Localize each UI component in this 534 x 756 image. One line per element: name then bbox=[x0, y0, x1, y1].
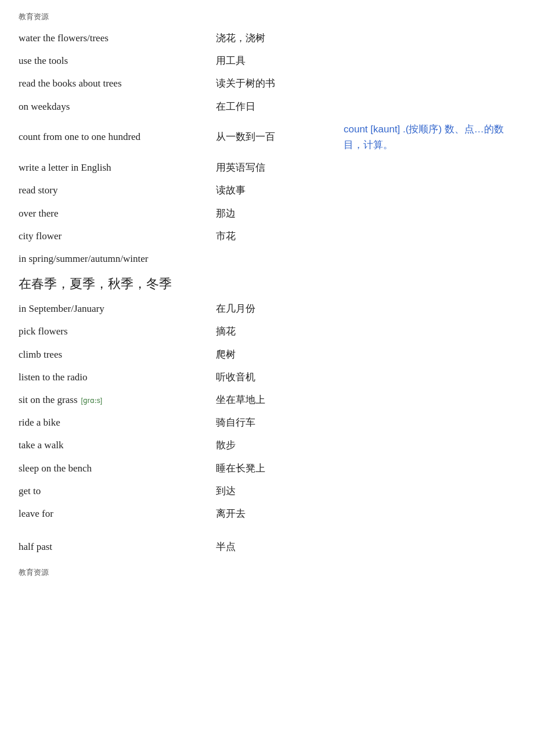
chinese-translation: 坐在草地上 bbox=[216, 388, 344, 411]
note-cell bbox=[344, 297, 515, 320]
chinese-translation: 浇花，浇树 bbox=[216, 27, 344, 49]
list-item: over there那边 bbox=[19, 202, 515, 225]
list-item: city flower市花 bbox=[19, 225, 515, 247]
note-cell bbox=[344, 535, 515, 558]
list-item: listen to the radio听收音机 bbox=[19, 366, 515, 388]
list-item: half past半点 bbox=[19, 535, 515, 558]
note-cell bbox=[344, 27, 515, 49]
chinese-translation: 到达 bbox=[216, 480, 344, 502]
list-item: 在春季，夏季，秋季，冬季 bbox=[19, 270, 515, 297]
list-item: water the flowers/trees浇花，浇树 bbox=[19, 27, 515, 49]
note-cell bbox=[344, 202, 515, 225]
page-header: 教育资源 bbox=[19, 12, 515, 22]
zh-only-cell: 在春季，夏季，秋季，冬季 bbox=[19, 270, 515, 297]
note-cell bbox=[344, 457, 515, 480]
note-cell bbox=[344, 156, 515, 179]
chinese-translation: 离开去 bbox=[216, 502, 344, 525]
english-phrase: ride a bike bbox=[19, 411, 216, 434]
list-item: read story读故事 bbox=[19, 179, 515, 201]
chinese-translation: 读关于树的书 bbox=[216, 72, 344, 95]
chinese-translation: 用工具 bbox=[216, 49, 344, 72]
english-phrase: over there bbox=[19, 202, 216, 225]
vocab-table: water the flowers/trees浇花，浇树use the tool… bbox=[19, 27, 515, 558]
english-phrase: sit on the grass[ɡrɑːs] bbox=[19, 388, 216, 411]
note-cell bbox=[344, 225, 515, 247]
chinese-translation: 摘花 bbox=[216, 320, 344, 343]
note-cell bbox=[344, 434, 515, 456]
list-item: leave for离开去 bbox=[19, 502, 515, 525]
list-item: use the tools用工具 bbox=[19, 49, 515, 72]
english-phrase: pick flowers bbox=[19, 320, 216, 343]
english-phrase: leave for bbox=[19, 502, 216, 525]
list-item: in September/January在几月份 bbox=[19, 297, 515, 320]
note-cell bbox=[344, 343, 515, 366]
list-item: in spring/summer/autumn/winter bbox=[19, 247, 515, 270]
note-cell bbox=[344, 366, 515, 388]
chinese-translation: 爬树 bbox=[216, 343, 344, 366]
note-cell bbox=[344, 95, 515, 118]
english-phrase: water the flowers/trees bbox=[19, 27, 216, 49]
list-item: on weekdays在工作日 bbox=[19, 95, 515, 118]
english-phrase: write a letter in English bbox=[19, 156, 216, 179]
english-phrase: take a walk bbox=[19, 434, 216, 456]
spacer-row bbox=[19, 525, 515, 535]
list-item: take a walk散步 bbox=[19, 434, 515, 456]
chinese-translation: 从一数到一百 bbox=[216, 118, 344, 156]
note-cell bbox=[344, 411, 515, 434]
list-item: sit on the grass[ɡrɑːs]坐在草地上 bbox=[19, 388, 515, 411]
list-item: read the books about trees读关于树的书 bbox=[19, 72, 515, 95]
chinese-translation: 那边 bbox=[216, 202, 344, 225]
english-phrase: read story bbox=[19, 179, 216, 201]
note-cell bbox=[344, 49, 515, 72]
note-cell bbox=[344, 480, 515, 502]
list-item: count from one to one hundred从一数到一百count… bbox=[19, 118, 515, 156]
note-cell bbox=[344, 247, 515, 270]
list-item: write a letter in English用英语写信 bbox=[19, 156, 515, 179]
chinese-translation: 散步 bbox=[216, 434, 344, 456]
note-cell bbox=[344, 179, 515, 201]
english-phrase: half past bbox=[19, 535, 216, 558]
list-item: pick flowers摘花 bbox=[19, 320, 515, 343]
chinese-translation: 睡在长凳上 bbox=[216, 457, 344, 480]
chinese-translation: 骑自行车 bbox=[216, 411, 344, 434]
chinese-translation: 用英语写信 bbox=[216, 156, 344, 179]
english-phrase: listen to the radio bbox=[19, 366, 216, 388]
english-phrase: read the books about trees bbox=[19, 72, 216, 95]
english-phrase: climb trees bbox=[19, 343, 216, 366]
chinese-translation: 半点 bbox=[216, 535, 344, 558]
english-phrase: city flower bbox=[19, 225, 216, 247]
note-cell bbox=[344, 72, 515, 95]
chinese-translation: 读故事 bbox=[216, 179, 344, 201]
note-cell bbox=[344, 388, 515, 411]
english-phrase: in spring/summer/autumn/winter bbox=[19, 247, 216, 270]
chinese-translation: 在几月份 bbox=[216, 297, 344, 320]
chinese-translation: 市花 bbox=[216, 225, 344, 247]
page-footer: 教育资源 bbox=[19, 567, 515, 578]
chinese-translation: 听收音机 bbox=[216, 366, 344, 388]
note-cell: count [kaunt] .(按顺序) 数、点…的数目，计算。 bbox=[344, 118, 515, 156]
english-phrase: on weekdays bbox=[19, 95, 216, 118]
english-phrase: get to bbox=[19, 480, 216, 502]
chinese-translation bbox=[216, 247, 344, 270]
note-cell bbox=[344, 502, 515, 525]
english-phrase: count from one to one hundred bbox=[19, 118, 216, 156]
chinese-translation: 在工作日 bbox=[216, 95, 344, 118]
list-item: climb trees爬树 bbox=[19, 343, 515, 366]
english-phrase: in September/January bbox=[19, 297, 216, 320]
phonetic-label: [ɡrɑːs] bbox=[81, 397, 103, 405]
list-item: sleep on the bench睡在长凳上 bbox=[19, 457, 515, 480]
list-item: ride a bike骑自行车 bbox=[19, 411, 515, 434]
list-item: get to到达 bbox=[19, 480, 515, 502]
english-phrase: sleep on the bench bbox=[19, 457, 216, 480]
english-phrase: use the tools bbox=[19, 49, 216, 72]
note-cell bbox=[344, 320, 515, 343]
